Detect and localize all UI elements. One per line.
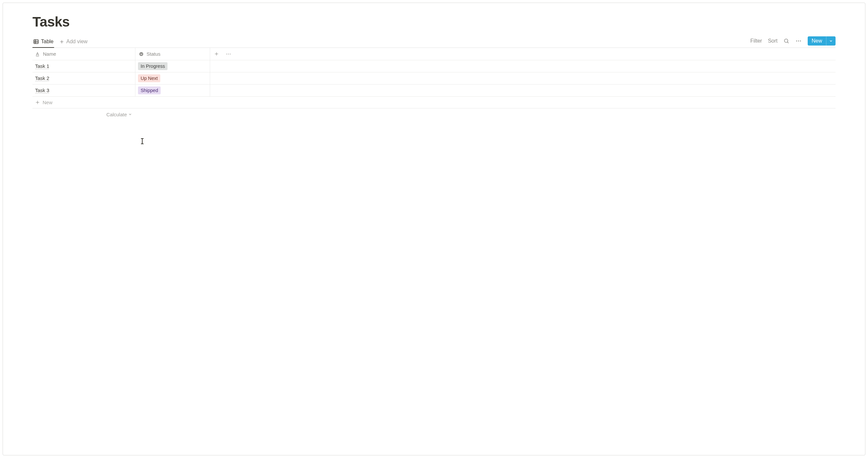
table-row: Task 3Shipped [32, 85, 836, 97]
svg-point-18 [230, 54, 231, 54]
cell-name[interactable]: Task 2 [32, 72, 135, 84]
new-button[interactable]: New [808, 36, 826, 45]
cell-status[interactable]: Up Next [135, 72, 210, 84]
table-row: Task 1In Progress [32, 60, 836, 72]
views-toolbar: Table Add view Filter Sort [32, 36, 836, 48]
text-cursor-icon [142, 139, 143, 144]
table: Name Status [32, 48, 836, 120]
toolbar-right: Filter Sort New [750, 36, 836, 47]
svg-point-13 [139, 52, 143, 56]
cell-empty[interactable] [210, 72, 836, 84]
svg-point-6 [784, 39, 788, 42]
svg-line-7 [787, 42, 789, 43]
column-actions [210, 48, 235, 60]
table-icon [33, 39, 39, 44]
page-title[interactable]: Tasks [32, 14, 836, 30]
chevron-down-icon [128, 112, 132, 116]
svg-point-16 [226, 54, 227, 54]
svg-rect-0 [34, 40, 38, 43]
plus-icon [35, 100, 40, 105]
column-header-status[interactable]: Status [135, 48, 210, 60]
cell-name-text: Task 1 [35, 63, 49, 69]
calculate-row: Calculate [32, 108, 836, 120]
add-row-button[interactable]: New [32, 97, 836, 108]
more-icon[interactable] [795, 38, 802, 44]
filter-button[interactable]: Filter [750, 38, 762, 44]
calculate-button[interactable]: Calculate [32, 108, 135, 120]
new-button-dropdown[interactable] [826, 36, 836, 45]
svg-point-10 [800, 41, 801, 42]
svg-point-8 [796, 41, 797, 42]
column-header-name[interactable]: Name [32, 48, 135, 60]
cell-name-text: Task 3 [35, 88, 49, 93]
table-row: Task 2Up Next [32, 72, 836, 85]
toolbar-left: Table Add view [32, 37, 88, 47]
status-badge: Shipped [138, 87, 161, 94]
add-view-button[interactable]: Add view [59, 37, 88, 47]
cell-status[interactable]: Shipped [135, 85, 210, 96]
app-frame: Tasks Table [3, 3, 865, 455]
add-column-button[interactable] [214, 52, 219, 56]
select-property-icon [138, 52, 144, 57]
text-property-icon [35, 52, 40, 57]
status-badge: In Progress [138, 62, 167, 70]
svg-point-17 [228, 54, 229, 54]
cell-status[interactable]: In Progress [135, 60, 210, 72]
svg-point-9 [798, 41, 799, 42]
add-row-label: New [42, 100, 53, 105]
tab-table[interactable]: Table [32, 37, 54, 48]
cell-empty[interactable] [210, 85, 836, 96]
column-more-icon[interactable] [225, 51, 231, 57]
table-header: Name Status [32, 48, 836, 60]
cell-name-text: Task 2 [35, 75, 49, 81]
column-header-status-label: Status [147, 51, 161, 57]
add-view-label: Add view [66, 39, 88, 44]
tab-table-label: Table [41, 39, 54, 44]
calculate-label: Calculate [106, 112, 127, 117]
cell-name[interactable]: Task 1 [32, 60, 135, 72]
column-header-name-label: Name [43, 51, 56, 57]
sort-button[interactable]: Sort [768, 38, 778, 44]
new-button-group: New [808, 36, 836, 45]
status-badge: Up Next [138, 74, 160, 82]
cell-name[interactable]: Task 3 [32, 85, 135, 96]
plus-icon [59, 39, 64, 44]
search-icon[interactable] [783, 38, 789, 44]
cell-empty[interactable] [210, 60, 836, 72]
